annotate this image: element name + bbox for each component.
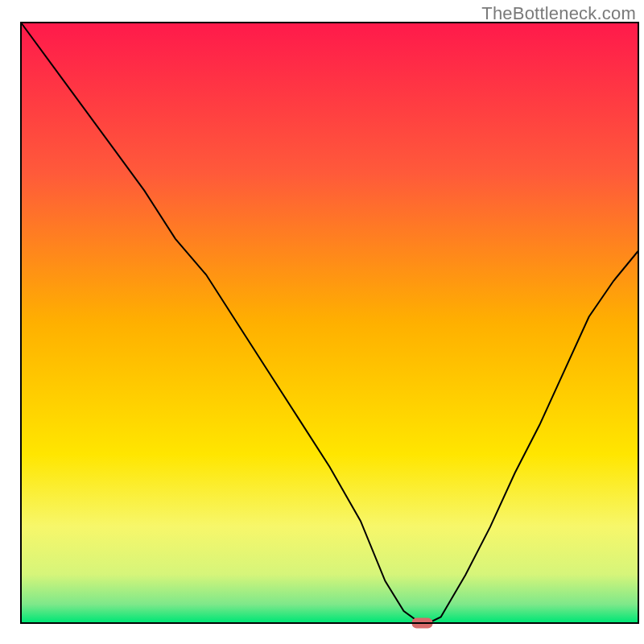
plot-background (22, 23, 638, 622)
chart-container: TheBottleneck.com (0, 0, 644, 644)
bottleneck-chart (0, 0, 644, 644)
